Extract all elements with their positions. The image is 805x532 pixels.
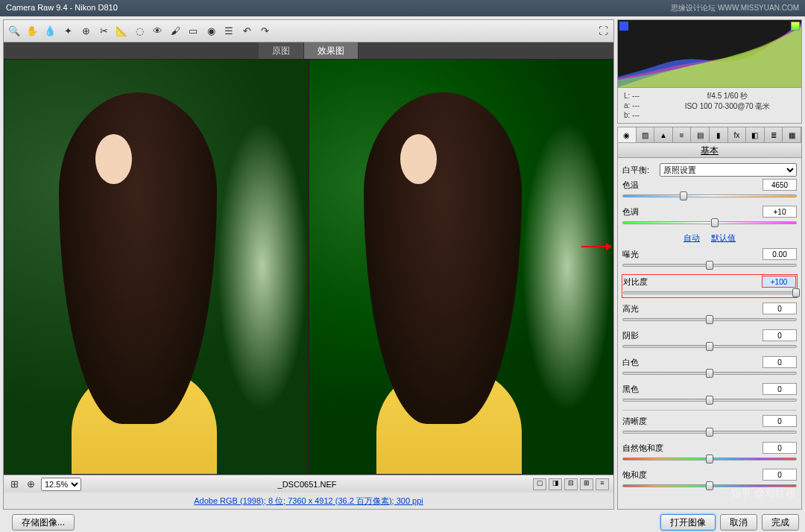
image-info-link[interactable]: Adobe RGB (1998); 8 位; 7360 x 4912 (36.2… xyxy=(194,495,423,507)
meta-iso: ISO 100 70-300@70 毫米 xyxy=(660,101,795,112)
view-2-icon[interactable]: ◨ xyxy=(549,478,562,490)
shadows-slider[interactable] xyxy=(622,343,797,350)
temp-value[interactable] xyxy=(763,179,797,191)
wb-label: 白平衡: xyxy=(622,165,660,176)
default-link[interactable]: 默认值 xyxy=(711,233,736,242)
saturation-slider[interactable] xyxy=(622,482,797,490)
exposure-value[interactable] xyxy=(763,248,797,260)
view-5-icon[interactable]: ≡ xyxy=(596,478,609,490)
tint-label: 色调 xyxy=(622,206,763,218)
exposure-label: 曝光 xyxy=(622,249,763,260)
whites-value[interactable] xyxy=(763,356,797,368)
save-image-button[interactable]: 存储图像... xyxy=(12,514,75,531)
tab-original[interactable]: 原图 xyxy=(259,42,304,59)
color-sampler-icon[interactable]: ✦ xyxy=(62,25,74,37)
ptab-basic[interactable]: ◉ xyxy=(618,127,637,142)
crop-icon[interactable]: ✂ xyxy=(98,25,110,37)
saturation-label: 饱和度 xyxy=(622,469,763,481)
done-button[interactable]: 完成 xyxy=(762,514,799,531)
auto-link[interactable]: 自动 xyxy=(684,233,700,242)
slider-tint: 色调 xyxy=(622,206,797,227)
clarity-slider[interactable] xyxy=(622,428,797,436)
app-title: Camera Raw 9.4 - Nikon D810 xyxy=(6,3,118,13)
shadow-clip-icon[interactable] xyxy=(619,22,628,31)
highlights-slider[interactable] xyxy=(622,316,797,323)
clarity-value[interactable] xyxy=(763,415,797,427)
hand-icon[interactable]: ✋ xyxy=(26,25,38,37)
radial-icon[interactable]: ◉ xyxy=(205,25,217,37)
highlights-value[interactable] xyxy=(763,303,797,314)
slider-contrast: 对比度 xyxy=(623,276,796,297)
ptab-preset[interactable]: ≣ xyxy=(765,127,783,142)
slider-shadows: 阴影 xyxy=(622,329,797,350)
preview-area[interactable] xyxy=(4,59,613,475)
info-row: Adobe RGB (1998); 8 位; 7360 x 4912 (36.2… xyxy=(4,493,613,509)
tab-effect[interactable]: 效果图 xyxy=(304,42,359,59)
highlights-label: 高光 xyxy=(622,303,763,314)
preview-before xyxy=(4,59,309,475)
highlight-clip-icon[interactable] xyxy=(791,22,800,31)
temp-label: 色温 xyxy=(622,180,763,191)
slider-exposure: 曝光 xyxy=(622,248,797,269)
contrast-value[interactable] xyxy=(762,276,796,288)
redeye-icon[interactable]: 👁 xyxy=(151,25,163,37)
grid-icon[interactable]: ⊞ xyxy=(8,478,20,490)
exposure-slider[interactable] xyxy=(622,262,797,269)
gradient-icon[interactable]: ▭ xyxy=(187,25,199,37)
rotate-ccw-icon[interactable]: ↶ xyxy=(241,25,253,37)
ptab-fx[interactable]: fx xyxy=(728,127,747,142)
controls: 白平衡: 原照设置 色温 色调 自动 默认值 曝光 对比度 xyxy=(617,158,802,510)
tint-slider[interactable] xyxy=(622,219,797,227)
vibrance-slider[interactable] xyxy=(622,455,797,463)
bottom-bar: 存储图像... 打开图像 取消 完成 xyxy=(0,513,805,532)
fullscreen-icon[interactable]: ⛶ xyxy=(597,25,609,37)
main-area: 🔍 ✋ 💧 ✦ ⊕ ✂ 📐 ◌ 👁 🖌 ▭ ◉ ☰ ↶ ↷ ⛶ 原图 效果图 xyxy=(0,16,805,513)
straighten-icon[interactable]: 📐 xyxy=(116,25,127,37)
meta-a: a: --- xyxy=(624,101,660,110)
contrast-slider[interactable] xyxy=(623,289,796,297)
cancel-button[interactable]: 取消 xyxy=(720,514,757,531)
zoom-select[interactable]: 12.5% xyxy=(41,478,81,491)
blacks-value[interactable] xyxy=(763,383,797,395)
histogram[interactable] xyxy=(617,19,802,88)
shadows-label: 阴影 xyxy=(622,330,763,341)
rotate-cw-icon[interactable]: ↷ xyxy=(259,25,271,37)
wb-select[interactable]: 原照设置 xyxy=(660,163,797,177)
eyedropper-icon[interactable]: 💧 xyxy=(44,25,56,37)
target-icon[interactable]: ⊕ xyxy=(80,25,92,37)
ptab-hsl[interactable]: ≡ xyxy=(673,127,692,142)
view-mode-icons: ▢ ◨ ⊟ ⊞ ≡ xyxy=(533,478,609,490)
meta-L: L: --- xyxy=(624,91,660,101)
ptab-cal[interactable]: ◧ xyxy=(746,127,765,142)
view-1-icon[interactable]: ▢ xyxy=(533,478,546,490)
contrast-label: 对比度 xyxy=(623,276,762,288)
shadows-value[interactable] xyxy=(763,329,797,341)
left-panel: 🔍 ✋ 💧 ✦ ⊕ ✂ 📐 ◌ 👁 🖌 ▭ ◉ ☰ ↶ ↷ ⛶ 原图 效果图 xyxy=(3,19,614,510)
ptab-snap[interactable]: ▦ xyxy=(783,127,801,142)
ptab-split[interactable]: ▤ xyxy=(691,127,710,142)
prefs-icon[interactable]: ☰ xyxy=(223,25,235,37)
whites-label: 白色 xyxy=(622,357,763,368)
right-panel: L: --- a: --- b: --- f/4.5 1/60 秒 ISO 10… xyxy=(617,19,802,510)
vibrance-value[interactable] xyxy=(763,442,797,454)
temp-slider[interactable] xyxy=(622,192,797,200)
preview-tabs: 原图 效果图 xyxy=(4,42,613,59)
brush-icon[interactable]: 🖌 xyxy=(169,25,181,37)
spot-icon[interactable]: ◌ xyxy=(133,25,145,37)
view-3-icon[interactable]: ⊟ xyxy=(564,478,578,490)
preview-after xyxy=(309,59,613,475)
expand-icon[interactable]: ⊕ xyxy=(25,478,37,490)
open-image-button[interactable]: 打开图像 xyxy=(660,514,716,531)
view-4-icon[interactable]: ⊞ xyxy=(580,478,593,490)
blacks-slider[interactable] xyxy=(622,396,797,404)
slider-highlights: 高光 xyxy=(622,303,797,323)
meta-exposure: f/4.5 1/60 秒 xyxy=(660,91,795,101)
zoom-icon[interactable]: 🔍 xyxy=(8,25,20,37)
saturation-value[interactable] xyxy=(763,469,797,481)
slider-blacks: 黑色 xyxy=(622,383,797,404)
tint-value[interactable] xyxy=(763,206,797,218)
ptab-detail[interactable]: ▲ xyxy=(654,127,673,142)
ptab-curve[interactable]: ▨ xyxy=(637,127,655,142)
whites-slider[interactable] xyxy=(622,370,797,377)
ptab-lens[interactable]: ▮ xyxy=(710,127,728,142)
